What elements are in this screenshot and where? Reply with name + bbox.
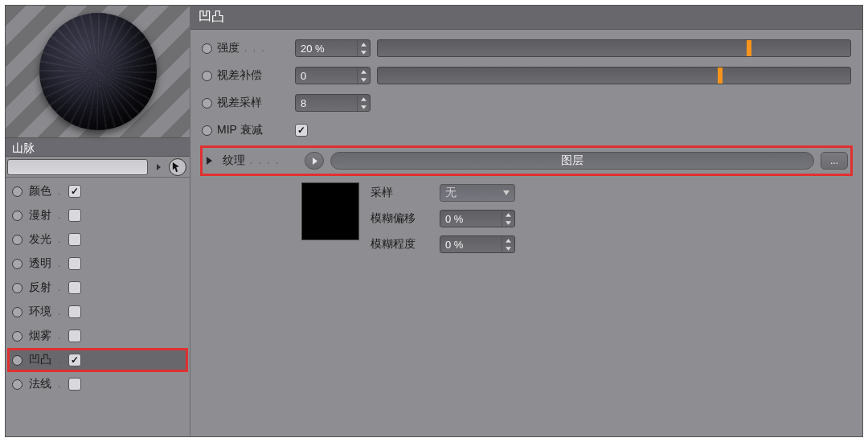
param-label: 强度 — [217, 41, 240, 55]
disclosure-right-icon[interactable] — [205, 157, 213, 165]
samples-input[interactable]: 8 — [295, 94, 371, 112]
material-selector-row — [6, 157, 190, 178]
anim-ring-icon[interactable] — [12, 355, 23, 366]
preview-sphere — [39, 13, 157, 130]
blur-scale-input[interactable]: 0 % — [440, 235, 515, 253]
channel-label: 烟雾 — [29, 329, 51, 343]
param-label: 纹理 — [223, 153, 245, 168]
channel-checkbox[interactable] — [68, 257, 81, 270]
channel-checkbox[interactable] — [68, 185, 81, 198]
anim-ring-icon[interactable] — [202, 43, 212, 54]
spinner[interactable] — [357, 68, 370, 84]
channel-bump[interactable]: 凹凸. — [9, 350, 186, 370]
material-name[interactable]: 山脉 — [6, 137, 190, 157]
param-blur-offset: 模糊偏移 0 % — [371, 208, 515, 229]
channel-label: 凹凸 — [29, 353, 51, 367]
channel-env[interactable]: 环境. — [9, 301, 186, 322]
mip-checkbox[interactable] — [295, 124, 308, 137]
channel-list: 颜色.漫射.发光.透明.反射.环境.烟雾.凹凸.法线. — [6, 178, 190, 398]
anim-ring-icon[interactable] — [202, 125, 212, 136]
spinner[interactable] — [502, 236, 514, 252]
param-label: 视差补偿 — [217, 68, 262, 83]
param-parallax: 视差补偿 0 — [202, 65, 851, 86]
param-label: 采样 — [371, 186, 393, 200]
material-editor: 山脉 颜色.漫射.发光.透明.反射.环境.烟雾.凹凸.法线. 凹凸 强度 . .… — [5, 5, 863, 437]
picker-button[interactable] — [169, 158, 186, 176]
sampling-dropdown[interactable]: 无 — [440, 184, 515, 202]
param-blur-scale: 模糊程度 0 % — [371, 234, 515, 255]
anim-ring-icon[interactable] — [12, 259, 23, 269]
spinner[interactable] — [357, 95, 370, 111]
param-sampling: 采样 无 — [371, 182, 515, 203]
strength-input[interactable]: 20 % — [295, 39, 371, 57]
channel-reflect[interactable]: 反射. — [9, 277, 186, 298]
channel-fog[interactable]: 烟雾. — [9, 325, 186, 346]
channel-diffuse[interactable]: 漫射. — [9, 205, 186, 226]
parallax-input[interactable]: 0 — [295, 67, 371, 84]
param-label: 视差采样 — [217, 96, 262, 110]
browse-button[interactable]: ... — [821, 152, 848, 170]
channel-label: 颜色 — [29, 184, 51, 198]
channel-checkbox[interactable] — [68, 209, 81, 222]
param-samples: 视差采样 8 — [202, 92, 851, 113]
pane-title: 凹凸 — [190, 6, 862, 30]
channel-normal[interactable]: 法线. — [9, 374, 186, 395]
channel-lumin[interactable]: 发光. — [9, 229, 186, 250]
channel-color[interactable]: 颜色. — [9, 181, 186, 202]
param-texture: 纹理 . . . . 图层 ... — [202, 147, 851, 174]
param-label: 模糊程度 — [371, 237, 416, 252]
properties-pane: 凹凸 强度 . . . 20 % — [190, 6, 862, 436]
channel-checkbox[interactable] — [68, 354, 81, 366]
chevron-right-icon[interactable] — [153, 162, 164, 173]
anim-ring-icon[interactable] — [12, 235, 23, 245]
param-label: MIP 衰减 — [217, 123, 263, 137]
blur-offset-input[interactable]: 0 % — [440, 210, 515, 227]
material-selector[interactable] — [7, 159, 148, 175]
anim-ring-icon[interactable] — [12, 283, 23, 293]
material-preview[interactable] — [6, 6, 190, 137]
channel-label: 发光 — [29, 232, 51, 247]
anim-ring-icon[interactable] — [12, 186, 23, 197]
parallax-slider[interactable] — [377, 67, 851, 84]
channel-label: 法线 — [29, 377, 51, 391]
texture-subpanel: 采样 无 模糊偏移 0 % — [301, 182, 851, 255]
sidebar: 山脉 颜色.漫射.发光.透明.反射.环境.烟雾.凹凸.法线. — [6, 6, 190, 436]
strength-slider[interactable] — [377, 39, 851, 57]
channel-label: 反射 — [29, 280, 51, 295]
channel-label: 环境 — [29, 305, 51, 319]
pane-body: 强度 . . . 20 % 视差补偿 — [190, 30, 862, 263]
param-label: 模糊偏移 — [371, 211, 416, 226]
texture-swatch[interactable] — [301, 182, 359, 240]
channel-label: 漫射 — [29, 208, 51, 223]
anim-ring-icon[interactable] — [12, 211, 23, 221]
param-mip: MIP 衰减 — [202, 120, 851, 141]
spinner[interactable] — [502, 211, 514, 227]
anim-ring-icon[interactable] — [202, 71, 212, 81]
channel-checkbox[interactable] — [68, 378, 81, 391]
spinner[interactable] — [357, 40, 370, 56]
texture-menu-button[interactable] — [305, 152, 324, 170]
anim-ring-icon[interactable] — [12, 307, 23, 317]
channel-trans[interactable]: 透明. — [9, 253, 186, 274]
channel-checkbox[interactable] — [68, 233, 81, 246]
channel-label: 透明 — [29, 256, 51, 271]
anim-ring-icon[interactable] — [12, 379, 23, 390]
texture-field[interactable]: 图层 — [330, 152, 814, 170]
channel-checkbox[interactable] — [68, 281, 81, 294]
channel-checkbox[interactable] — [68, 329, 81, 342]
anim-ring-icon[interactable] — [202, 98, 212, 108]
channel-checkbox[interactable] — [68, 305, 81, 318]
param-strength: 强度 . . . 20 % — [202, 38, 851, 59]
anim-ring-icon[interactable] — [12, 331, 23, 342]
